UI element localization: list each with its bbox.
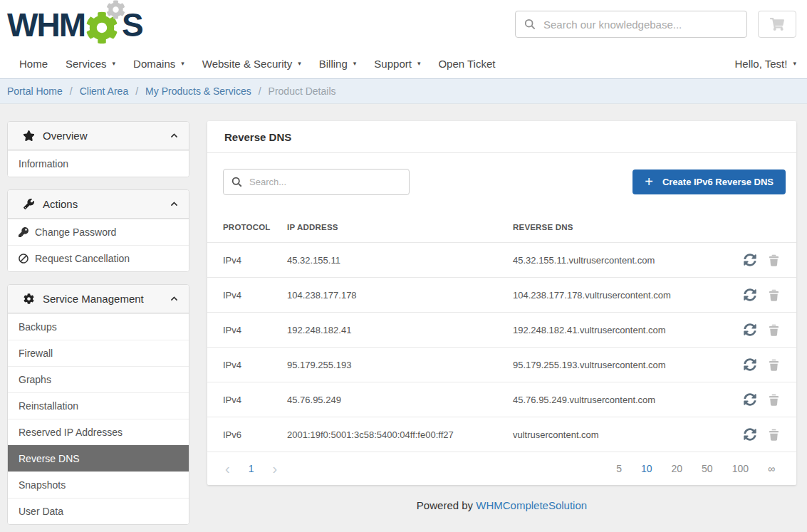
- key-icon: [19, 227, 28, 237]
- breadcrumb-my-products[interactable]: My Products & Services: [145, 85, 251, 97]
- cell-protocol: IPv4: [223, 360, 287, 370]
- sidebar-item-reinstallation[interactable]: Reinstallation: [8, 392, 189, 419]
- cell-protocol: IPv6: [223, 429, 287, 440]
- chevron-down-icon: ▾: [793, 60, 796, 67]
- pagination-next-icon[interactable]: ›: [272, 461, 277, 476]
- sidebar-item-change-password[interactable]: Change Password: [8, 219, 189, 245]
- cell-reverse-dns: 95.179.255.193.vultrusercontent.com: [513, 360, 725, 370]
- sidebar-item-firewall[interactable]: Firewall: [8, 340, 189, 366]
- refresh-button[interactable]: [744, 428, 756, 441]
- column-header-ip-address: IP ADDRESS: [287, 223, 513, 231]
- cell-reverse-dns: vultrusercontent.com: [513, 429, 725, 440]
- chevron-down-icon: ▾: [298, 60, 301, 67]
- pagination-prev-icon[interactable]: ‹: [225, 461, 230, 476]
- sidebar-item-backups[interactable]: Backups: [8, 313, 189, 340]
- cell-reverse-dns: 45.32.155.11.vultrusercontent.com: [513, 255, 725, 266]
- sidebar-item-reverse-dns[interactable]: Reverse DNS: [8, 445, 189, 471]
- sidebar-item-user-data[interactable]: User Data: [8, 498, 189, 524]
- nav-item-home[interactable]: Home: [19, 58, 48, 70]
- sidebar-panel-actions-header[interactable]: Actions: [8, 190, 189, 219]
- table-search-input[interactable]: [249, 177, 401, 187]
- refresh-button[interactable]: [744, 393, 756, 406]
- breadcrumb-current: Product Details: [269, 85, 336, 97]
- nav-item-services[interactable]: Services▾: [66, 58, 115, 70]
- gray-gear-icon: [106, 0, 125, 19]
- gear-icon: [24, 293, 34, 304]
- page-size-100[interactable]: 100: [732, 463, 749, 474]
- refresh-icon: [744, 254, 756, 266]
- cell-ip-address: 2001:19f0:5001:3c58:5400:04ff:fe00:ff27: [287, 429, 513, 440]
- sidebar-item-information[interactable]: Information: [8, 150, 189, 177]
- refresh-button[interactable]: [744, 288, 756, 301]
- nav-item-website-security[interactable]: Website & Security▾: [202, 58, 301, 70]
- nav-item-open-ticket[interactable]: Open Ticket: [438, 58, 495, 70]
- table-row: IPv4 45.76.95.249 45.76.95.249.vultruser…: [207, 382, 796, 417]
- delete-button[interactable]: [769, 254, 779, 266]
- page-size-50[interactable]: 50: [702, 463, 713, 474]
- nav-item-domains[interactable]: Domains▾: [133, 58, 184, 70]
- table-row: IPv4 45.32.155.11 45.32.155.11.vultruser…: [207, 242, 796, 277]
- delete-button[interactable]: [769, 323, 779, 336]
- page-size-10[interactable]: 10: [641, 463, 652, 474]
- page-title: Reverse DNS: [207, 121, 796, 153]
- cart-button[interactable]: [758, 11, 796, 38]
- trash-icon: [769, 254, 779, 266]
- breadcrumb-separator: /: [259, 85, 261, 97]
- cell-reverse-dns: 45.76.95.249.vultrusercontent.com: [513, 395, 725, 405]
- page-size-5[interactable]: 5: [616, 463, 622, 474]
- panel-title: Service Management: [43, 293, 144, 305]
- sidebar: Overview Information Actions Change Pass…: [7, 121, 189, 532]
- delete-button[interactable]: [769, 393, 779, 406]
- search-icon: [524, 19, 536, 30]
- site-header: WHM S: [0, 0, 807, 48]
- sidebar-panel-service-management: Service Management Backups Firewall Grap…: [7, 284, 189, 525]
- sidebar-item-request-cancellation[interactable]: Request Cancellation: [8, 245, 189, 271]
- page-size-unlimited[interactable]: ∞: [768, 463, 775, 474]
- chevron-up-icon: [170, 294, 179, 303]
- logo-gears: [85, 7, 121, 41]
- sidebar-item-snapshots[interactable]: Snapshots: [8, 471, 189, 498]
- delete-button[interactable]: [769, 288, 779, 301]
- sidebar-item-graphs[interactable]: Graphs: [8, 366, 189, 392]
- account-menu[interactable]: Hello, Test!▾: [735, 58, 796, 70]
- refresh-icon: [744, 288, 756, 301]
- page-size-20[interactable]: 20: [672, 463, 683, 474]
- create-ipv6-reverse-dns-button[interactable]: + Create IPv6 Reverse DNS: [632, 169, 786, 194]
- breadcrumb-portal-home[interactable]: Portal Home: [7, 85, 63, 97]
- sidebar-panel-service-management-header[interactable]: Service Management: [8, 285, 189, 313]
- table-row: IPv4 104.238.177.178 104.238.177.178.vul…: [207, 277, 796, 312]
- chevron-up-icon: [170, 131, 179, 140]
- sidebar-item-reserved-ip-addresses[interactable]: Reserved IP Addresses: [8, 419, 189, 445]
- refresh-button[interactable]: [744, 254, 756, 266]
- sidebar-panel-overview: Overview Information: [7, 121, 189, 177]
- refresh-button[interactable]: [744, 323, 756, 336]
- cell-ip-address: 95.179.255.193: [287, 360, 513, 370]
- table-row: IPv4 192.248.182.41 192.248.182.41.vultr…: [207, 312, 796, 347]
- trash-icon: [769, 359, 779, 371]
- nav-item-billing[interactable]: Billing▾: [319, 58, 357, 70]
- cell-protocol: IPv4: [223, 325, 287, 335]
- pagination-page-1[interactable]: 1: [249, 463, 254, 474]
- chevron-down-icon: ▾: [181, 60, 184, 67]
- refresh-button[interactable]: [744, 358, 756, 371]
- chevron-down-icon: ▾: [417, 60, 421, 67]
- primary-nav: Home Services▾ Domains▾ Website & Securi…: [0, 48, 807, 78]
- knowledgebase-search-input[interactable]: [543, 19, 738, 31]
- trash-icon: [769, 429, 779, 441]
- breadcrumb-separator: /: [135, 85, 138, 97]
- chevron-down-icon: ▾: [353, 60, 357, 67]
- ban-icon: [19, 254, 28, 264]
- sidebar-panel-overview-header[interactable]: Overview: [8, 122, 189, 150]
- sidebar-panel-actions: Actions Change Password Request Cancella…: [7, 189, 189, 272]
- logo-text-whm: WHM: [7, 9, 85, 41]
- nav-item-support[interactable]: Support▾: [374, 58, 420, 70]
- refresh-icon: [744, 393, 756, 406]
- cell-protocol: IPv4: [223, 395, 287, 405]
- whmcompletesolution-link[interactable]: WHMCompleteSolution: [476, 499, 587, 511]
- breadcrumb-client-area[interactable]: Client Area: [80, 85, 128, 97]
- delete-button[interactable]: [769, 358, 779, 371]
- refresh-icon: [744, 323, 756, 336]
- cell-protocol: IPv4: [223, 290, 287, 301]
- trash-icon: [769, 394, 779, 406]
- delete-button[interactable]: [769, 428, 779, 441]
